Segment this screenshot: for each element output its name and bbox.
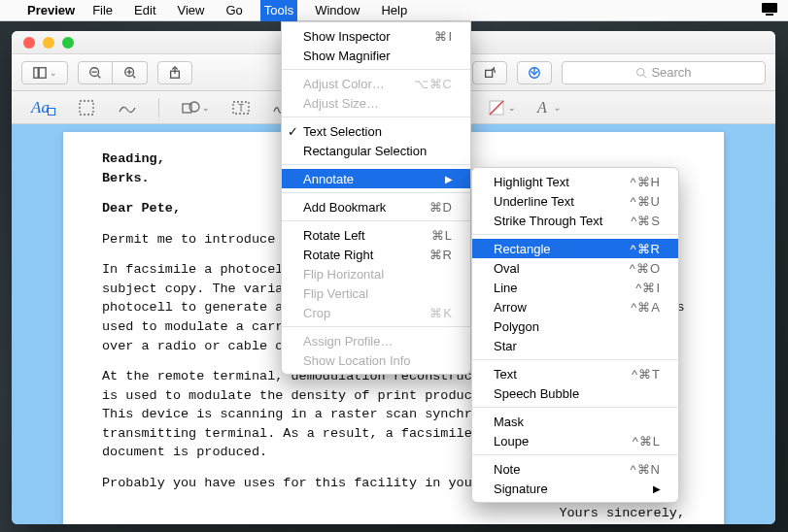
shapes-tool-button[interactable]: ⌄	[181, 96, 210, 119]
menu-item-underline-text[interactable]: Underline Text^⌘U	[472, 191, 678, 211]
menu-item-strike-text[interactable]: Strike Through Text^⌘S	[472, 211, 678, 230]
menu-view[interactable]: View	[174, 0, 209, 21]
menu-item-oval[interactable]: Oval^⌘O	[472, 258, 678, 278]
menu-item-rectangular-selection[interactable]: Rectangular Selection	[282, 141, 470, 160]
search-placeholder: Search	[651, 65, 691, 80]
menu-item-note[interactable]: Note^⌘N	[472, 459, 678, 479]
svg-rect-0	[762, 3, 777, 13]
menu-item-mask[interactable]: Mask	[472, 412, 678, 431]
rotate-button[interactable]	[472, 61, 507, 84]
font-style-button[interactable]: A⌄	[537, 96, 561, 119]
display-menu-icon[interactable]	[761, 2, 778, 18]
svg-line-16	[644, 75, 647, 78]
menu-item-flip-horizontal: Flip Horizontal	[282, 264, 470, 283]
menu-help[interactable]: Help	[377, 0, 411, 21]
svg-rect-13	[486, 70, 493, 77]
svg-point-15	[637, 68, 645, 76]
menu-edit[interactable]: Edit	[130, 0, 159, 21]
selection-tool-button[interactable]	[77, 96, 96, 119]
zoom-in-button[interactable]	[113, 61, 148, 84]
svg-rect-1	[766, 14, 773, 16]
doc-address-line: Reading,	[102, 151, 165, 166]
window-close-button[interactable]	[23, 37, 35, 49]
checkmark-icon: ✓	[288, 124, 298, 139]
svg-rect-3	[39, 67, 46, 78]
menu-item-show-magnifier[interactable]: Show Magnifier	[282, 46, 470, 65]
menu-item-adjust-color: Adjust Color…⌥⌘C	[282, 74, 470, 93]
svg-line-8	[132, 75, 135, 78]
menu-window[interactable]: Window	[311, 0, 363, 21]
doc-salutation: Dear Pete,	[102, 201, 181, 216]
menu-item-polygon[interactable]: Polygon	[472, 316, 678, 336]
menu-item-rectangle[interactable]: Rectangle^⌘R	[472, 239, 678, 258]
menu-item-highlight-text[interactable]: Highlight Text^⌘H	[472, 172, 678, 191]
doc-address-line: Berks.	[102, 171, 150, 185]
annotate-submenu: Highlight Text^⌘H Underline Text^⌘U Stri…	[471, 167, 679, 503]
doc-closing: Yours sincerely,	[102, 504, 685, 523]
menu-item-rotate-right[interactable]: Rotate Right⌘R	[282, 245, 470, 264]
text-tool-button[interactable]: T	[231, 96, 251, 119]
menu-item-text[interactable]: Text^⌘T	[472, 364, 678, 383]
submenu-arrow-icon: ▶	[418, 174, 453, 184]
menu-file[interactable]: File	[88, 0, 117, 21]
menu-item-arrow[interactable]: Arrow^⌘A	[472, 297, 678, 316]
search-field[interactable]: Search	[562, 61, 766, 84]
fill-color-button[interactable]: ⌄	[487, 96, 516, 119]
menu-item-show-location: Show Location Info	[282, 350, 470, 370]
app-name[interactable]: Preview	[27, 3, 75, 17]
menu-item-speech-bubble[interactable]: Speech Bubble	[472, 383, 678, 403]
svg-line-5	[98, 75, 101, 78]
menu-go[interactable]: Go	[222, 0, 246, 21]
svg-rect-2	[33, 67, 37, 78]
menu-item-flip-vertical: Flip Vertical	[282, 283, 470, 303]
menu-tools[interactable]: Tools	[260, 0, 297, 21]
menu-item-star[interactable]: Star	[472, 336, 678, 355]
share-button[interactable]	[157, 61, 192, 84]
zoom-out-button[interactable]	[78, 61, 113, 84]
window-minimize-button[interactable]	[43, 37, 54, 49]
menu-item-line[interactable]: Line^⌘I	[472, 278, 678, 297]
menu-item-adjust-size: Adjust Size…	[282, 93, 470, 113]
text-style-button[interactable]: Aa	[31, 96, 55, 119]
markup-toggle-button[interactable]	[517, 61, 552, 84]
menu-item-annotate[interactable]: Annotate▶	[282, 169, 470, 188]
sketch-tool-button[interactable]	[118, 96, 137, 119]
tools-dropdown-menu: Show Inspector⌘I Show Magnifier Adjust C…	[281, 21, 471, 375]
menu-item-rotate-left[interactable]: Rotate Left⌘L	[282, 225, 470, 245]
menu-item-crop: Crop⌘K	[282, 303, 470, 322]
window-zoom-button[interactable]	[62, 37, 74, 49]
system-menubar: Preview File Edit View Go Tools Window H…	[0, 0, 788, 21]
submenu-arrow-icon: ▶	[626, 483, 661, 494]
menu-item-text-selection[interactable]: ✓Text Selection	[282, 121, 470, 141]
view-mode-button[interactable]: ⌄	[21, 61, 68, 84]
menu-item-add-bookmark[interactable]: Add Bookmark⌘D	[282, 197, 470, 216]
svg-rect-17	[80, 101, 93, 115]
menu-item-assign-profile: Assign Profile…	[282, 331, 470, 350]
menu-item-signature[interactable]: Signature▶	[472, 479, 678, 498]
menu-item-show-inspector[interactable]: Show Inspector⌘I	[282, 26, 470, 46]
menu-item-loupe[interactable]: Loupe^⌘L	[472, 431, 678, 450]
svg-text:T: T	[238, 103, 244, 114]
